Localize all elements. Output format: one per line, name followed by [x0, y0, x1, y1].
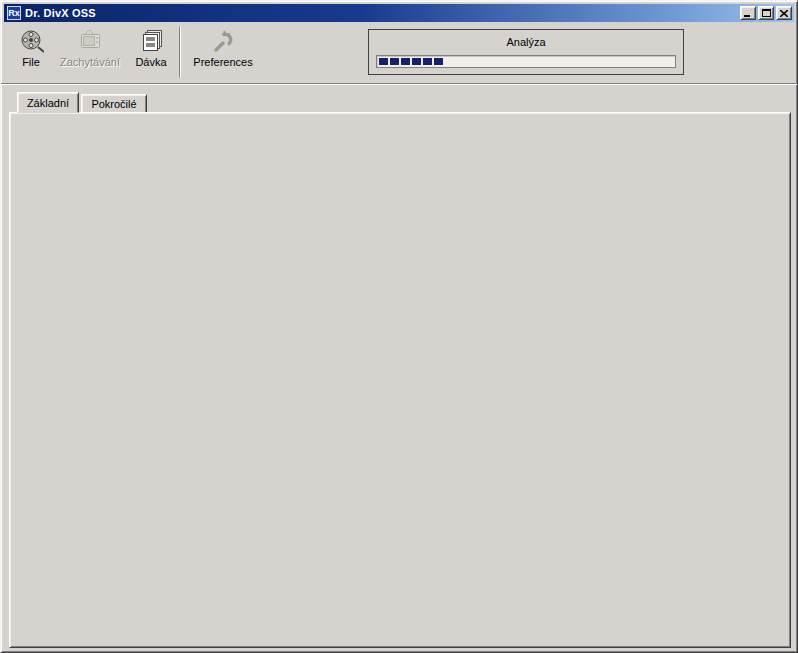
- tab-advanced[interactable]: Pokročilé: [81, 94, 147, 113]
- analysis-progress-group: Analýza: [368, 29, 684, 75]
- analysis-progress-label: Analýza: [369, 36, 683, 48]
- toolbar-file-label: File: [22, 56, 40, 68]
- toolbar-file-button[interactable]: File: [11, 28, 51, 68]
- tab-basic-label: Základní: [27, 97, 69, 109]
- window-title: Dr. DivX OSS: [25, 7, 96, 19]
- maximize-icon: [762, 9, 771, 17]
- titlebar[interactable]: Rx Dr. DivX OSS: [4, 4, 794, 22]
- app-window: Rx Dr. DivX OSS Fil: [0, 0, 798, 653]
- toolbar-separator: [179, 27, 181, 77]
- toolbar-capture-label: Zachytávání: [60, 56, 120, 68]
- close-icon: [780, 10, 788, 17]
- toolbar-preferences-label: Preferences: [193, 56, 252, 68]
- wrench-icon: [210, 28, 236, 54]
- batch-stack-icon: [138, 28, 164, 54]
- maximize-button[interactable]: [758, 6, 774, 20]
- app-icon: Rx: [7, 6, 21, 20]
- tv-icon: [77, 28, 103, 54]
- tab-content-pane: [9, 112, 791, 648]
- analysis-progress-bar: [376, 55, 676, 68]
- toolbar-divider: [1, 83, 798, 85]
- close-button[interactable]: [776, 6, 792, 20]
- toolbar-capture-button: Zachytávání: [53, 28, 127, 68]
- minimize-icon: [744, 10, 752, 17]
- toolbar: File Zachytávání Dávka: [5, 22, 793, 83]
- toolbar-batch-label: Dávka: [135, 56, 166, 68]
- toolbar-batch-button[interactable]: Dávka: [129, 28, 173, 68]
- tab-basic[interactable]: Základní: [17, 92, 79, 113]
- film-reel-icon: [18, 28, 44, 54]
- toolbar-preferences-button[interactable]: Preferences: [189, 28, 257, 68]
- minimize-button[interactable]: [740, 6, 756, 20]
- tab-advanced-label: Pokročilé: [91, 98, 136, 110]
